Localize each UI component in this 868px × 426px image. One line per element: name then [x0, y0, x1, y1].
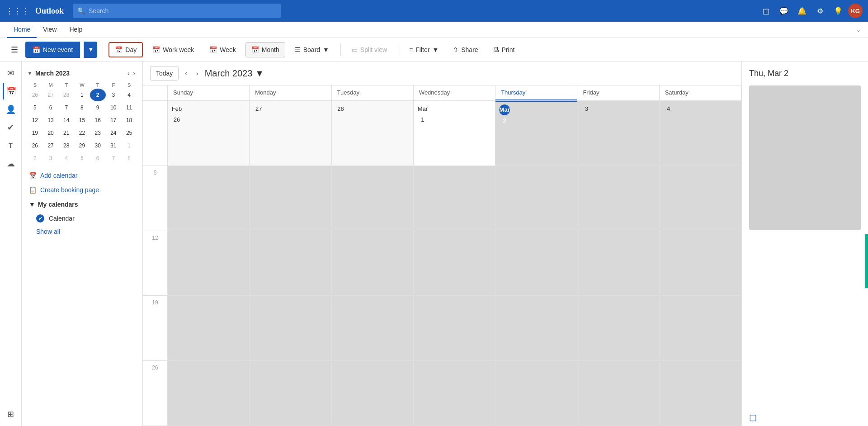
cal-day-cell[interactable] [250, 296, 331, 360]
new-event-button[interactable]: 📅 New event [25, 42, 80, 58]
mini-cal-day[interactable]: 5 [74, 152, 90, 165]
mini-cal-day[interactable]: 3 [43, 152, 59, 165]
mini-cal-day[interactable]: 18 [121, 114, 137, 127]
prev-month-button[interactable]: ‹ [182, 68, 190, 79]
mini-cal-day[interactable]: 11 [121, 101, 137, 114]
mini-cal-day[interactable]: 7 [106, 152, 122, 165]
cal-day-cell[interactable] [332, 231, 414, 296]
cal-day-cell[interactable] [495, 361, 577, 426]
onedrive-nav-icon[interactable]: ☁ [3, 156, 19, 172]
cal-day-cell[interactable] [495, 296, 577, 360]
tasks-nav-icon[interactable]: ✔ [3, 119, 19, 136]
filter-button[interactable]: ≡ Filter ▼ [404, 42, 444, 57]
view-workweek-button[interactable]: 📅 Work week [146, 42, 200, 57]
feedback-icon[interactable]: 💬 [776, 3, 792, 19]
cal-day-cell[interactable]: 28 [332, 101, 414, 166]
view-board-button[interactable]: ☰ Board ▼ [289, 42, 335, 57]
mini-cal-day[interactable]: 25 [121, 127, 137, 139]
search-bar[interactable]: 🔍 [73, 4, 281, 18]
lightbulb-icon[interactable]: 💡 [830, 3, 846, 19]
next-month-button[interactable]: › [193, 68, 201, 79]
mini-cal-day[interactable]: 1 [74, 89, 90, 101]
cal-day-cell[interactable] [660, 166, 741, 231]
mini-cal-day[interactable]: 24 [106, 127, 122, 139]
cal-day-cell[interactable] [577, 231, 659, 296]
people-nav-icon[interactable]: 👤 [3, 101, 19, 118]
mini-cal-day[interactable]: 28 [58, 89, 74, 101]
mini-cal-day[interactable]: 19 [27, 127, 43, 139]
mini-cal-prev-button[interactable]: ‹ [126, 69, 132, 78]
tab-view[interactable]: View [37, 22, 63, 38]
mini-cal-day[interactable]: 16 [90, 114, 106, 127]
mini-cal-day[interactable]: 1 [121, 139, 137, 152]
mini-cal-day[interactable]: 28 [58, 139, 74, 152]
cal-day-cell[interactable] [414, 231, 495, 296]
cal-day-cell[interactable]: 27 [250, 101, 331, 166]
my-calendars-header[interactable]: ▼ My calendars [22, 197, 142, 212]
settings-icon[interactable]: ⚙ [812, 3, 828, 19]
mini-cal-day[interactable]: 27 [43, 89, 59, 101]
mini-cal-day[interactable]: 5 [27, 101, 43, 114]
cal-day-cell[interactable] [250, 166, 331, 231]
mini-cal-day[interactable]: 21 [58, 127, 74, 139]
grid-icon[interactable]: ◫ [758, 3, 774, 19]
cal-day-cell[interactable] [660, 296, 741, 360]
mini-cal-today[interactable]: 2 [90, 89, 106, 101]
mail-nav-icon[interactable]: ✉ [3, 65, 19, 81]
split-view-button[interactable]: ▭ Split view [346, 42, 392, 57]
cal-day-cell[interactable] [577, 166, 659, 231]
mini-cal-day[interactable]: 15 [74, 114, 90, 127]
bell-icon[interactable]: 🔔 [794, 3, 810, 19]
mini-cal-day[interactable]: 4 [121, 89, 137, 101]
mini-cal-next-button[interactable]: › [131, 69, 137, 78]
search-input[interactable] [89, 7, 276, 14]
avatar[interactable]: KG [848, 4, 863, 18]
cal-day-cell[interactable] [250, 361, 331, 426]
show-all-link[interactable]: Show all [22, 225, 142, 238]
cal-day-cell[interactable] [414, 296, 495, 360]
mini-cal-day[interactable]: 12 [27, 114, 43, 127]
cal-today-cell[interactable]: Mar 2 [495, 101, 577, 166]
cal-day-cell[interactable] [495, 231, 577, 296]
cal-day-cell[interactable] [168, 166, 250, 231]
cal-day-cell[interactable] [168, 231, 250, 296]
calendar-item[interactable]: ✔ Calendar [22, 212, 142, 225]
cal-day-cell[interactable] [332, 296, 414, 360]
cal-day-cell[interactable] [660, 361, 741, 426]
collapse-icon[interactable]: ⌄ [856, 27, 861, 33]
mini-cal-day[interactable]: 4 [58, 152, 74, 165]
mini-cal-day[interactable]: 30 [90, 139, 106, 152]
teams-nav-icon[interactable]: T [3, 137, 19, 154]
view-week-button[interactable]: 📅 Week [203, 42, 242, 57]
mini-cal-day[interactable]: 17 [106, 114, 122, 127]
mini-cal-day[interactable]: 26 [27, 139, 43, 152]
cal-day-cell[interactable]: 4 [660, 101, 741, 166]
mini-cal-day[interactable]: 13 [43, 114, 59, 127]
today-button[interactable]: Today [150, 66, 179, 80]
cal-day-cell[interactable]: 3 [577, 101, 659, 166]
cal-day-cell[interactable] [332, 361, 414, 426]
mini-cal-day[interactable]: 2 [27, 152, 43, 165]
mini-cal-title[interactable]: March 2023 [35, 70, 126, 77]
tab-home[interactable]: Home [7, 22, 37, 38]
cal-day-cell[interactable]: Mar 1 [414, 101, 495, 166]
new-event-dropdown-button[interactable]: ▼ [84, 42, 97, 58]
mini-cal-day[interactable]: 14 [58, 114, 74, 127]
cal-day-cell[interactable] [332, 166, 414, 231]
mini-cal-day[interactable]: 29 [74, 139, 90, 152]
cal-day-cell[interactable] [414, 166, 495, 231]
create-booking-action[interactable]: 📋 Create booking page [22, 183, 142, 197]
hamburger-button[interactable]: ☰ [7, 43, 22, 57]
share-button[interactable]: ⇧ Share [448, 42, 483, 57]
mini-cal-day[interactable]: 8 [121, 152, 137, 165]
waffle-icon[interactable]: ⋮⋮⋮ [5, 6, 30, 16]
mini-cal-day[interactable]: 7 [58, 101, 74, 114]
view-month-button[interactable]: 📅 Month [245, 42, 285, 57]
print-button[interactable]: 🖶 Print [487, 42, 520, 57]
cal-day-cell[interactable] [577, 296, 659, 360]
calendar-nav-icon[interactable]: 📅 [3, 83, 19, 99]
cal-month-title[interactable]: March 2023 ▼ [205, 68, 264, 79]
cal-day-cell[interactable] [577, 361, 659, 426]
mini-cal-collapse-icon[interactable]: ▼ [27, 70, 33, 76]
apps-nav-icon[interactable]: ⊞ [3, 406, 19, 422]
